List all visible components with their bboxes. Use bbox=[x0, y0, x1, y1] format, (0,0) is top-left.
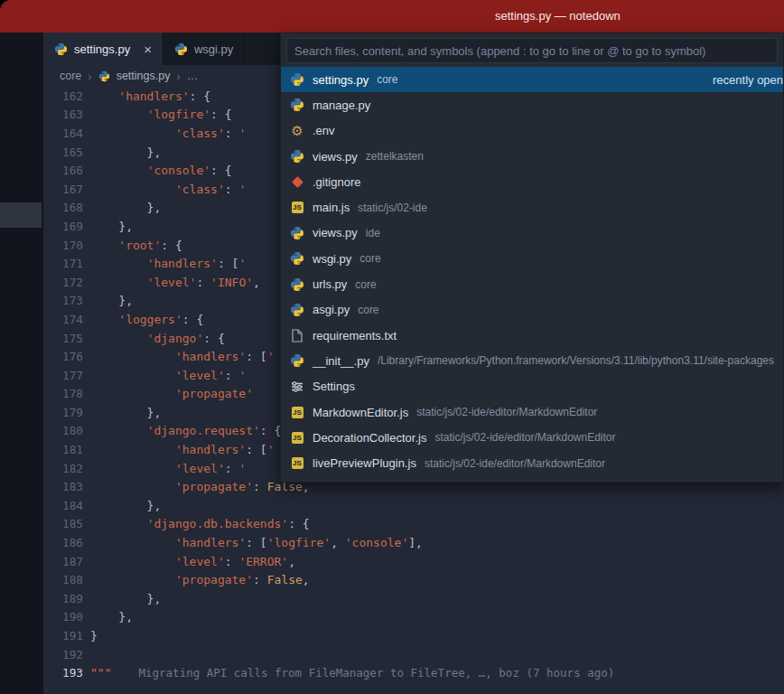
line-number: 165 bbox=[43, 145, 83, 159]
code-line[interactable]: 184 }, bbox=[43, 496, 784, 515]
quick-open-item[interactable]: ⚙.env bbox=[281, 118, 783, 144]
code-line[interactable]: 185 'django.db.backends': { bbox=[43, 515, 784, 534]
line-number: 192 bbox=[43, 648, 83, 661]
line-number: 181 bbox=[43, 443, 83, 456]
code-line[interactable]: 193"""Migrating API calls from FileManag… bbox=[43, 663, 784, 682]
gear-icon: ⚙ bbox=[290, 124, 304, 138]
result-file-name: views.py bbox=[313, 226, 358, 239]
result-file-name: urls.py bbox=[313, 277, 347, 291]
app-window: settings.py — notedown settings.py × wsg… bbox=[0, 0, 784, 694]
quick-open-item[interactable]: JSDecorationCollector.jsstatic/js/02-ide… bbox=[281, 425, 783, 450]
settings-icon bbox=[290, 380, 304, 394]
line-number: 166 bbox=[43, 164, 83, 177]
breadcrumb-item-core[interactable]: core bbox=[60, 70, 81, 82]
line-number: 184 bbox=[43, 499, 83, 512]
code-text: }, bbox=[90, 610, 133, 624]
result-file-path: static/js/02-ide/editor/MarkdownEditor bbox=[416, 406, 597, 418]
line-number: 170 bbox=[43, 239, 83, 252]
code-text: 'propagate': False, bbox=[90, 573, 310, 586]
quick-open-item[interactable]: views.pyide bbox=[281, 220, 783, 246]
result-file-name: main.js bbox=[313, 201, 350, 214]
search-input[interactable] bbox=[286, 38, 778, 63]
result-file-path: static/js/02-ide/editor/MarkdownEditor bbox=[434, 431, 615, 444]
quick-open-item[interactable]: requirements.txt bbox=[281, 323, 783, 348]
code-text: 'class': ' bbox=[90, 127, 246, 140]
code-line[interactable]: 186 'handlers': ['logfire', 'console'], bbox=[43, 533, 784, 552]
python-icon bbox=[290, 277, 304, 292]
code-text: }, bbox=[90, 145, 161, 159]
result-file-name: requirements.txt bbox=[313, 329, 397, 342]
result-file-name: DecorationCollector.js bbox=[313, 431, 426, 445]
quick-open-item[interactable]: .gitignore bbox=[281, 169, 783, 194]
tab-settings-py[interactable]: settings.py × bbox=[43, 33, 163, 65]
line-number: 180 bbox=[43, 424, 83, 437]
breadcrumb-item-file[interactable]: settings.py bbox=[117, 70, 171, 82]
line-number: 178 bbox=[43, 387, 83, 400]
code-text: 'handlers': [' bbox=[90, 257, 246, 270]
quick-open-item[interactable]: manage.py bbox=[281, 92, 783, 117]
result-file-name: .env bbox=[313, 124, 335, 137]
quick-open-item[interactable]: JSmain.jsstatic/js/02-ide bbox=[281, 194, 783, 220]
line-number: 183 bbox=[43, 480, 83, 493]
line-number: 177 bbox=[43, 369, 83, 382]
quick-open-results: settings.pycorerecently openedmanage.py⚙… bbox=[281, 67, 783, 483]
code-text: 'root': { bbox=[90, 239, 182, 252]
chevron-right-icon: › bbox=[88, 70, 91, 83]
code-text: 'propagate' bbox=[90, 387, 253, 400]
quick-open-item[interactable]: JSMarkdownEditor.jsstatic/js/02-ide/edit… bbox=[281, 476, 783, 483]
tab-label: wsgi.py bbox=[194, 42, 233, 56]
close-icon[interactable]: × bbox=[144, 42, 152, 56]
line-number: 172 bbox=[43, 276, 83, 289]
code-text: 'django.db.backends': { bbox=[90, 517, 310, 530]
js-icon: JS bbox=[290, 456, 304, 471]
line-number: 173 bbox=[43, 294, 83, 307]
code-text: 'handlers': [' bbox=[90, 350, 275, 363]
code-text: 'propagate': False, bbox=[90, 480, 310, 493]
code-text: 'class': ' bbox=[90, 183, 246, 196]
result-file-name: .gitignore bbox=[313, 175, 360, 189]
result-file-path: zettelkasten bbox=[366, 150, 424, 163]
line-number: 167 bbox=[43, 183, 83, 196]
quick-open-item[interactable]: asgi.pycore bbox=[281, 297, 783, 323]
code-text: """ bbox=[90, 666, 111, 680]
code-line[interactable]: 190 }, bbox=[43, 608, 784, 627]
code-line[interactable]: 192 bbox=[43, 645, 784, 664]
breadcrumb-item-symbol[interactable]: … bbox=[187, 70, 199, 82]
js-icon: JS bbox=[290, 430, 304, 445]
line-number: 191 bbox=[43, 629, 83, 642]
code-line[interactable]: 191} bbox=[43, 626, 784, 645]
line-number: 187 bbox=[43, 555, 83, 568]
line-number: 171 bbox=[43, 257, 83, 270]
tab-wsgi-py[interactable]: wsgi.py bbox=[163, 33, 245, 65]
quick-open-item[interactable]: settings.pycorerecently opened bbox=[281, 67, 783, 92]
title-bar: settings.py — notedown bbox=[0, 0, 784, 33]
quick-open-item[interactable]: wsgi.pycore bbox=[281, 246, 783, 271]
quick-open-item[interactable]: views.pyzettelkasten bbox=[281, 144, 783, 169]
line-number: 163 bbox=[43, 108, 83, 121]
code-line[interactable]: 189 }, bbox=[43, 589, 784, 608]
line-number: 174 bbox=[43, 313, 83, 326]
quick-open-item[interactable]: Settings bbox=[281, 374, 783, 399]
quick-open-item[interactable]: __init__.py/Library/Frameworks/Python.fr… bbox=[281, 348, 783, 373]
python-icon bbox=[290, 72, 304, 87]
code-text: 'handlers': [' bbox=[90, 443, 275, 456]
line-number: 188 bbox=[43, 573, 83, 586]
code-line[interactable]: 188 'propagate': False, bbox=[43, 570, 784, 589]
quick-open-item[interactable]: urls.pycore bbox=[281, 271, 783, 296]
activity-bar-indicator[interactable] bbox=[0, 202, 42, 228]
quick-open-item[interactable]: JSlivePreviewPlugin.jsstatic/js/02-ide/e… bbox=[281, 450, 783, 475]
line-number: 162 bbox=[43, 89, 83, 103]
line-number: 182 bbox=[43, 462, 83, 475]
code-line[interactable]: 187 'level': 'ERROR', bbox=[43, 552, 784, 571]
git-icon bbox=[290, 174, 304, 189]
result-file-name: livePreviewPlugin.js bbox=[313, 456, 416, 470]
code-text: 'console': { bbox=[90, 164, 232, 177]
line-number: 168 bbox=[43, 201, 83, 214]
chevron-right-icon: › bbox=[176, 70, 180, 83]
result-file-name: settings.py bbox=[313, 73, 369, 87]
quick-open-panel: settings.pycorerecently openedmanage.py⚙… bbox=[280, 33, 784, 483]
code-text: 'handlers': { bbox=[90, 89, 210, 103]
line-number: 193 bbox=[43, 666, 83, 680]
quick-open-item[interactable]: JSMarkdownEditor.jsstatic/js/02-ide/edit… bbox=[281, 399, 783, 425]
line-number: 185 bbox=[43, 517, 83, 530]
